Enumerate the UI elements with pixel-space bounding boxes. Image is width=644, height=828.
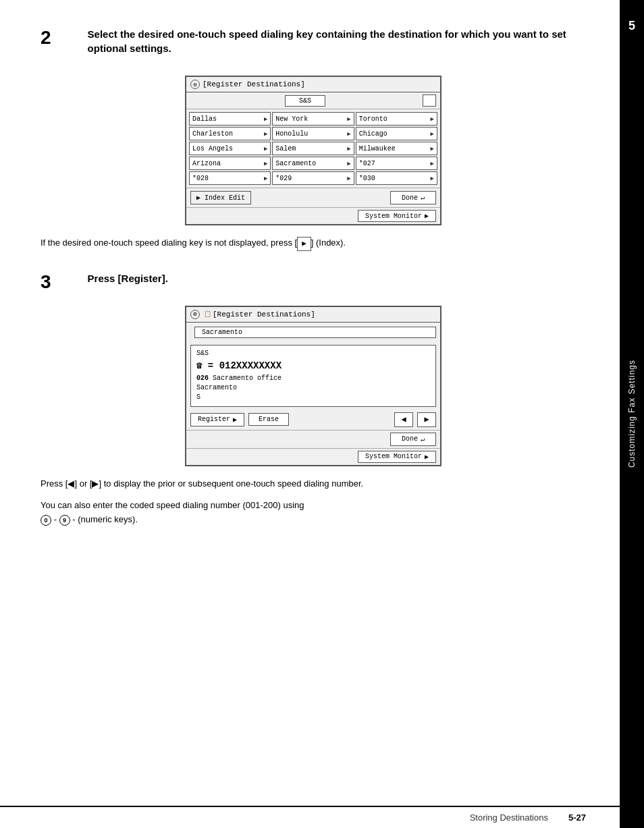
step-2-block: 2 Select the desired one-touch speed dia…	[41, 27, 586, 251]
screen2-detail-number: 026 Sacramento office	[196, 374, 430, 383]
screen1-cell-9[interactable]: Arizona▶	[189, 157, 271, 170]
screen1-cell-7[interactable]: Salem▶	[272, 142, 354, 155]
screen2-tab[interactable]: Sacramento	[194, 327, 436, 338]
right-tab-label: Customizing Fax Settings	[627, 360, 637, 468]
step-3-block: 3 Press [Register]. ⚙ 📋 [Register Destin…	[41, 271, 586, 527]
screen1-scroll-btn[interactable]	[423, 94, 436, 107]
screen2-detail-city: Sacramento	[196, 383, 430, 393]
screen2-info-box: S&S ☎ = 012XXXXXXXX 026 Sacramento offic…	[190, 345, 436, 407]
screen1-monitor-row: System Monitor ▶	[186, 207, 440, 224]
screen1-title-icon: ⚙	[190, 80, 200, 89]
screen1-cell-3[interactable]: Charleston▶	[189, 127, 271, 140]
screen1-cell-14[interactable]: *030▶	[356, 171, 437, 185]
screen1-title-bar: ⚙ [Register Destinations]	[186, 77, 440, 92]
screen2-register-btn[interactable]: Register ▶	[190, 413, 244, 426]
screen1-title-label: [Register Destinations]	[203, 80, 305, 88]
right-tab-number: 5	[620, 13, 644, 38]
screen1-cell-12[interactable]: *028▶	[189, 171, 271, 185]
screen2-done-row: Done ↵	[186, 430, 440, 448]
screen2-detail-code: S	[196, 393, 430, 402]
step-3-number: 3	[41, 273, 51, 292]
screen1-bottom-row: ▶ Index Edit Done ↵	[186, 188, 440, 207]
screen2-monitor-row: System Monitor ▶	[186, 448, 440, 465]
circle-icon-2: 9	[59, 515, 70, 526]
screen1-cell-6[interactable]: Los Angels▶	[189, 142, 271, 155]
screen1-index-btn[interactable]: S&S	[285, 95, 325, 107]
screen1-monitor-btn[interactable]: System Monitor ▶	[358, 210, 436, 222]
footer-page-number: 5-27	[568, 812, 586, 823]
screen2-tab-row: Sacramento	[186, 323, 440, 342]
step3-para2: You can also enter the coded speed diali…	[41, 499, 586, 527]
right-tab: 5 Customizing Fax Settings	[620, 0, 644, 828]
screen1-done-btn[interactable]: Done ↵	[390, 191, 436, 204]
screen2-title-icon: ⚙	[190, 310, 200, 319]
footer-text: Storing Destinations	[470, 812, 548, 823]
index-key: ▶	[297, 237, 311, 251]
screen2-buttons-row: Register ▶ Erase ◀ ▶	[186, 410, 440, 430]
screen1-cell-4[interactable]: Honolulu▶	[272, 127, 354, 140]
screen1-index-row: S&S	[186, 92, 440, 109]
screen2-register-icon: 📋	[204, 310, 211, 318]
screen1-cell-2[interactable]: Toronto▶	[356, 112, 437, 126]
circle-icon-1: 0	[41, 515, 51, 526]
screen1-cell-8[interactable]: Milwaukee▶	[356, 142, 437, 155]
screen1-cell-0[interactable]: Dallas▶	[189, 112, 271, 126]
screen1-cell-11[interactable]: *027▶	[356, 157, 437, 170]
screen2-erase-btn[interactable]: Erase	[248, 413, 289, 426]
screen2-title-label: [Register Destinations]	[213, 310, 315, 319]
screen1-cell-13[interactable]: *029▶	[272, 171, 354, 185]
screen1-index-edit-btn[interactable]: ▶ Index Edit	[190, 191, 251, 204]
screen-2: ⚙ 📋 [Register Destinations] Sacramento S…	[185, 306, 441, 466]
step-2-number: 2	[41, 28, 51, 47]
step-3-heading: Press [Register].	[59, 271, 168, 285]
screen1-cell-5[interactable]: Chicago▶	[356, 127, 437, 140]
screen2-left-arrow-btn[interactable]: ◀	[394, 412, 413, 427]
screen2-done-btn[interactable]: Done ↵	[390, 433, 436, 446]
screen2-title-bar: ⚙ 📋 [Register Destinations]	[186, 307, 440, 323]
screen-1: ⚙ [Register Destinations] S&S Dallas▶New…	[185, 76, 441, 225]
screen1-info-text: If the desired one-touch speed dialing k…	[41, 236, 586, 251]
screen2-monitor-btn[interactable]: System Monitor ▶	[358, 451, 436, 463]
screen2-info-header: S&S	[196, 350, 430, 357]
screen2-fax-line: ☎ = 012XXXXXXXX	[196, 360, 430, 371]
screen1-cell-10[interactable]: Sacramento▶	[272, 157, 354, 170]
step-2-heading: Select the desired one-touch speed diali…	[59, 27, 586, 55]
screen1-cell-1[interactable]: New York▶	[272, 112, 354, 126]
footer-bar: Storing Destinations 5-27	[0, 806, 620, 828]
screen1-grid: Dallas▶New York▶Toronto▶Charleston▶Honol…	[186, 109, 440, 188]
screen2-right-arrow-btn[interactable]: ▶	[417, 412, 436, 427]
step3-para1: Press [◀] or [▶] to display the prior or…	[41, 477, 586, 491]
